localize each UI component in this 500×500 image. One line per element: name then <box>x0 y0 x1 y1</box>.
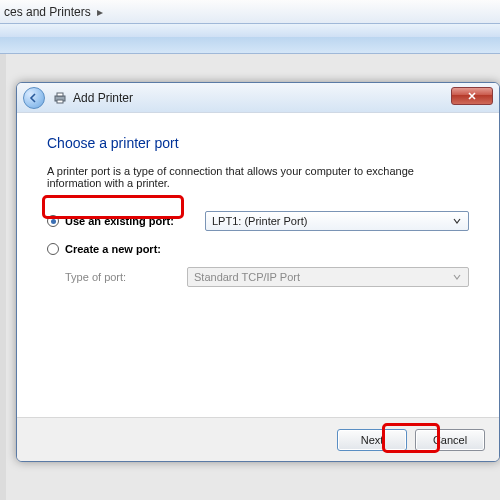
dialog-description: A printer port is a type of connection t… <box>47 165 469 189</box>
type-of-port-dropdown: Standard TCP/IP Port <box>187 267 469 287</box>
breadcrumb-chevron-icon[interactable]: ▸ <box>97 5 103 19</box>
type-of-port-value: Standard TCP/IP Port <box>194 271 300 283</box>
close-button[interactable] <box>451 87 493 105</box>
dialog-titlebar: Add Printer <box>17 83 499 113</box>
type-of-port-label: Type of port: <box>65 271 187 283</box>
explorer-breadcrumb: ces and Printers ▸ <box>0 0 500 24</box>
option-new-port-row[interactable]: Create a new port: <box>47 243 469 255</box>
dialog-body: Choose a printer port A printer port is … <box>17 113 499 309</box>
cancel-button[interactable]: Cancel <box>415 429 485 451</box>
add-printer-dialog: Add Printer Choose a printer port A prin… <box>16 82 500 462</box>
existing-port-value: LPT1: (Printer Port) <box>212 215 307 227</box>
dialog-heading: Choose a printer port <box>47 135 469 151</box>
chevron-down-icon <box>450 270 464 284</box>
option-new-port-label: Create a new port: <box>65 243 205 255</box>
close-icon <box>467 91 477 101</box>
dialog-title: Add Printer <box>73 91 133 105</box>
explorer-toolbar <box>0 24 500 54</box>
next-button-label: Next <box>361 434 384 446</box>
radio-existing-port[interactable] <box>47 215 59 227</box>
printer-icon <box>53 91 67 105</box>
chevron-down-icon <box>450 214 464 228</box>
radio-new-port[interactable] <box>47 243 59 255</box>
back-button[interactable] <box>23 87 45 109</box>
svg-rect-1 <box>57 93 63 96</box>
cancel-button-label: Cancel <box>433 434 467 446</box>
dialog-footer: Next Cancel <box>17 417 499 461</box>
explorer-left-edge <box>0 54 6 500</box>
svg-rect-2 <box>57 100 63 103</box>
option-existing-port-row[interactable]: Use an existing port: LPT1: (Printer Por… <box>47 211 469 231</box>
existing-port-dropdown[interactable]: LPT1: (Printer Port) <box>205 211 469 231</box>
back-arrow-icon <box>29 93 39 103</box>
breadcrumb-text[interactable]: ces and Printers <box>4 5 91 19</box>
next-button[interactable]: Next <box>337 429 407 451</box>
type-of-port-row: Type of port: Standard TCP/IP Port <box>47 267 469 287</box>
option-existing-port-label: Use an existing port: <box>65 215 205 227</box>
